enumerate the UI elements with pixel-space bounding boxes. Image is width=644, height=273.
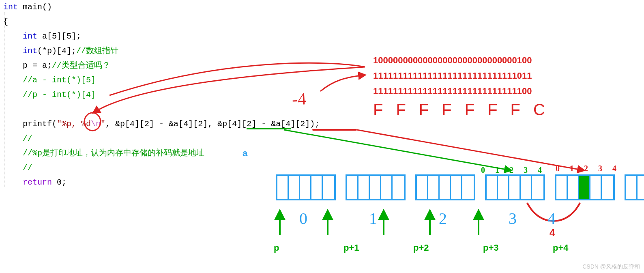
cell <box>568 176 579 199</box>
pointer-label: p+4 <box>553 243 569 253</box>
blue-row-label: 4 <box>547 209 556 228</box>
cell <box>347 176 358 199</box>
cell <box>393 176 404 199</box>
array-group <box>485 174 545 200</box>
code-line-11: // <box>3 161 32 175</box>
blue-row-label: 1 <box>369 209 377 228</box>
pointer-label: p+2 <box>413 243 429 253</box>
blue-row-label: 3 <box>509 209 517 228</box>
code-line-1: int main() <box>3 0 52 15</box>
watermark: CSDN @风格的反弹和 <box>582 263 640 271</box>
array-cells <box>415 174 475 200</box>
green-arrow-to-cell <box>284 130 511 170</box>
cell <box>487 176 498 199</box>
cell <box>323 176 334 199</box>
neg-4-annotation: -4 <box>292 89 307 109</box>
array-group <box>346 174 406 200</box>
pointer-label: p <box>274 243 279 253</box>
array-cells <box>485 174 545 200</box>
cell <box>602 176 613 199</box>
bin-line-2: 11111111111111111111111111111011 <box>373 68 532 84</box>
cell <box>440 176 451 199</box>
cell <box>462 176 474 199</box>
array-cells <box>555 174 615 200</box>
cell-p42 <box>579 176 590 199</box>
underline-p42 <box>247 128 291 129</box>
array-cells <box>276 174 336 200</box>
cell <box>417 176 428 199</box>
array-group <box>276 174 336 200</box>
code-line-4: int(*p)[4];//数组指针 <box>3 44 118 58</box>
array-cells <box>625 174 644 200</box>
pointer-label: p+1 <box>343 243 359 253</box>
cell <box>311 176 323 199</box>
code-line-10: //%p是打印地址，认为内存中存储的补码就是地址 <box>3 146 204 161</box>
underline-a42 <box>312 129 357 131</box>
code-line-12: return 0; <box>3 175 67 190</box>
blue-row-label: 0 <box>299 209 307 228</box>
green-up-arrows <box>280 211 479 235</box>
cell <box>556 176 568 199</box>
cell <box>638 176 644 199</box>
cell <box>428 176 440 199</box>
cell <box>277 176 289 199</box>
annotation-overlay <box>0 0 644 273</box>
code-line-2: { <box>3 15 8 29</box>
a-label: a <box>243 148 247 159</box>
code-line-3: int a[5][5]; <box>3 29 81 44</box>
array-group <box>415 174 475 200</box>
bin-line-3: 11111111111111111111111111111100 <box>373 84 532 99</box>
red-arrow-to-format <box>93 63 365 113</box>
cell <box>451 176 462 199</box>
red-gap-4: 4 <box>550 227 555 239</box>
code-line-7: //p - int(*)[4] <box>3 88 96 102</box>
cell <box>381 176 393 199</box>
blue-row-label: 2 <box>439 209 447 228</box>
red-arrow-to-cell <box>357 130 584 170</box>
red-index-row: 0 1 2 3 4 <box>556 164 620 173</box>
array-cells <box>346 174 406 200</box>
cell <box>590 176 602 199</box>
binary-block: 10000000000000000000000000000100 1111111… <box>373 53 532 99</box>
cell <box>370 176 381 199</box>
bin-line-1: 10000000000000000000000000000100 <box>373 53 532 68</box>
cell <box>498 176 509 199</box>
cell <box>626 176 638 199</box>
cell <box>509 176 521 199</box>
cell <box>532 176 543 199</box>
cell <box>521 176 532 199</box>
code-line-9: // <box>3 131 32 146</box>
hex-annotation: FFFFFFFC <box>373 101 558 119</box>
pointer-label: p+3 <box>483 243 499 253</box>
green-index-row: 0 1 2 3 4 <box>481 166 546 175</box>
array-group <box>625 174 644 200</box>
code-line-6: //a - int(*)[5] <box>3 73 96 88</box>
array-group <box>555 174 615 200</box>
cell <box>289 176 300 199</box>
cell <box>300 176 311 199</box>
cell <box>358 176 370 199</box>
red-arrow-neg4-to-bin <box>320 75 365 91</box>
code-line-5: p = a;//类型合适吗？ <box>3 58 110 73</box>
